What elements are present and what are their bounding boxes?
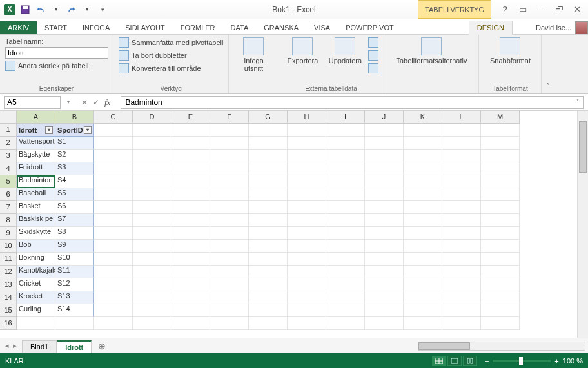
- tab-powerpivot[interactable]: POWERPIVOT: [338, 21, 402, 34]
- cell[interactable]: Krocket: [17, 291, 55, 304]
- row-header[interactable]: 14: [0, 291, 17, 304]
- cell[interactable]: [94, 304, 133, 317]
- cell[interactable]: Baskisk pelota: [17, 214, 55, 227]
- tab-page-layout[interactable]: SIDLAYOUT: [117, 21, 173, 34]
- column-header-M[interactable]: M: [481, 111, 520, 124]
- cell[interactable]: [326, 227, 365, 240]
- account-area[interactable]: David Ise...: [536, 21, 588, 34]
- cell[interactable]: [365, 137, 404, 150]
- cell[interactable]: [442, 175, 481, 188]
- cell[interactable]: [365, 188, 404, 201]
- cell[interactable]: [210, 214, 249, 227]
- table-name-input[interactable]: [5, 47, 108, 59]
- name-box-dropdown[interactable]: ▾: [67, 99, 70, 105]
- cell[interactable]: [288, 201, 326, 214]
- cell[interactable]: [288, 253, 326, 266]
- cell[interactable]: [249, 253, 288, 266]
- column-header-G[interactable]: G: [249, 111, 288, 124]
- cell[interactable]: [404, 291, 442, 304]
- cell[interactable]: [172, 317, 210, 330]
- cell[interactable]: [288, 175, 326, 188]
- cell[interactable]: [288, 150, 326, 162]
- cell[interactable]: [404, 162, 442, 175]
- cell[interactable]: [210, 124, 249, 137]
- cell[interactable]: [94, 188, 133, 201]
- cell[interactable]: [442, 266, 481, 278]
- cell[interactable]: [365, 278, 404, 291]
- unlink-icon[interactable]: [368, 63, 378, 73]
- cell[interactable]: [365, 162, 404, 175]
- column-header-I[interactable]: I: [326, 111, 365, 124]
- new-sheet-button[interactable]: ⊕: [92, 341, 112, 351]
- cell[interactable]: [210, 317, 249, 330]
- cell[interactable]: [404, 266, 442, 278]
- cell[interactable]: Kanot/kajak: [17, 266, 55, 278]
- cell[interactable]: [365, 175, 404, 188]
- cell[interactable]: [172, 188, 210, 201]
- cell[interactable]: [288, 291, 326, 304]
- cell[interactable]: [133, 304, 172, 317]
- cell[interactable]: [55, 317, 94, 330]
- tab-data[interactable]: DATA: [223, 21, 257, 34]
- insert-function-button[interactable]: fx: [104, 97, 114, 108]
- cell[interactable]: [133, 227, 172, 240]
- cell[interactable]: [172, 137, 210, 150]
- cell[interactable]: [481, 253, 520, 266]
- sheet-nav-prev[interactable]: ◂: [5, 342, 9, 350]
- view-page-break-button[interactable]: [463, 356, 477, 366]
- cell[interactable]: [249, 227, 288, 240]
- cell[interactable]: [133, 214, 172, 227]
- cell[interactable]: [133, 240, 172, 253]
- header-cell-sportid[interactable]: SportID▾: [55, 124, 94, 137]
- cell[interactable]: [249, 188, 288, 201]
- cell[interactable]: [442, 317, 481, 330]
- cell[interactable]: [172, 201, 210, 214]
- cell[interactable]: [481, 266, 520, 278]
- cell[interactable]: [404, 317, 442, 330]
- column-header-E[interactable]: E: [172, 111, 210, 124]
- collapse-ribbon-button[interactable]: ˄: [542, 35, 554, 93]
- cell[interactable]: [404, 201, 442, 214]
- cell[interactable]: [172, 162, 210, 175]
- redo-dropdown[interactable]: ▾: [81, 4, 93, 15]
- cell[interactable]: [133, 150, 172, 162]
- cell[interactable]: [481, 175, 520, 188]
- cell[interactable]: [481, 201, 520, 214]
- cell[interactable]: [94, 240, 133, 253]
- cell[interactable]: [288, 304, 326, 317]
- cell[interactable]: Cricket: [17, 278, 55, 291]
- cell[interactable]: [133, 137, 172, 150]
- cell[interactable]: [288, 227, 326, 240]
- cell[interactable]: [94, 124, 133, 137]
- cell[interactable]: S2: [55, 150, 94, 162]
- cell[interactable]: [172, 227, 210, 240]
- cell[interactable]: [133, 291, 172, 304]
- cell[interactable]: [326, 253, 365, 266]
- cell[interactable]: [172, 278, 210, 291]
- quick-styles-button[interactable]: Snabbformat: [484, 37, 536, 64]
- cell[interactable]: [94, 214, 133, 227]
- cell[interactable]: [481, 227, 520, 240]
- cell[interactable]: [365, 317, 404, 330]
- cell[interactable]: [326, 201, 365, 214]
- row-header[interactable]: 12: [0, 266, 17, 278]
- cell[interactable]: S14: [55, 304, 94, 317]
- ribbon-display-options[interactable]: ▭: [517, 4, 529, 15]
- cell[interactable]: [133, 317, 172, 330]
- cell[interactable]: [481, 278, 520, 291]
- cell[interactable]: [365, 240, 404, 253]
- cell[interactable]: [210, 201, 249, 214]
- row-header[interactable]: 15: [0, 304, 17, 317]
- cell[interactable]: [133, 162, 172, 175]
- cell[interactable]: [442, 124, 481, 137]
- zoom-slider[interactable]: [493, 360, 551, 362]
- tab-formulas[interactable]: FORMLER: [173, 21, 223, 34]
- cell[interactable]: [249, 124, 288, 137]
- cell[interactable]: [404, 253, 442, 266]
- open-browser-icon[interactable]: [368, 50, 378, 61]
- cell[interactable]: [481, 317, 520, 330]
- zoom-thumb[interactable]: [519, 357, 523, 365]
- insert-slicer-button[interactable]: Infoga utsnitt: [234, 37, 273, 72]
- cell[interactable]: [365, 227, 404, 240]
- cell[interactable]: [133, 266, 172, 278]
